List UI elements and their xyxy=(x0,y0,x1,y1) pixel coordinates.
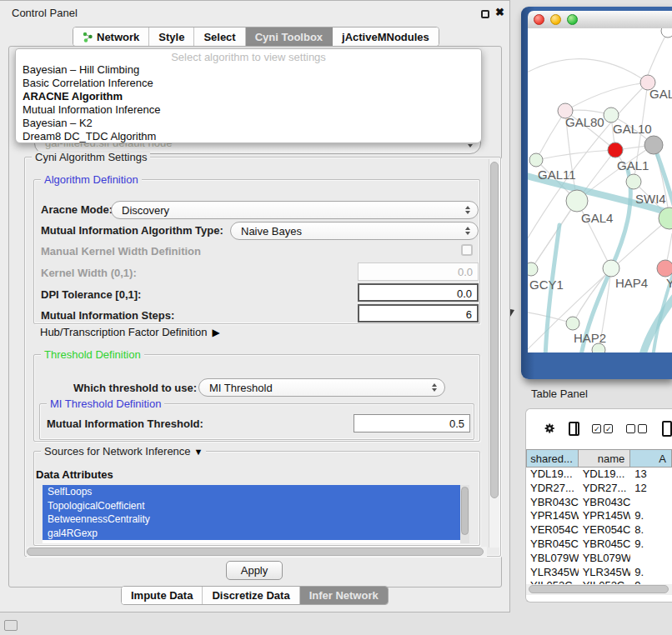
tab-style[interactable]: Style xyxy=(149,28,194,46)
table-cell: YBR045C xyxy=(579,538,631,552)
data-attributes-list[interactable]: SelfLoopsTopologicalCoefficientBetweenne… xyxy=(43,485,469,543)
select-checks-icon[interactable]: ✓✓ xyxy=(592,424,615,433)
table-row[interactable]: YBR043CYBR043C xyxy=(526,496,672,510)
column-header-name[interactable]: name xyxy=(579,449,631,468)
which-threshold-select[interactable]: MI Threshold xyxy=(198,378,445,397)
node-label-gal11: GAL11 xyxy=(538,168,576,182)
table-cell: YBR043C xyxy=(579,496,631,510)
algorithm-definition-title: Algorithm Definition xyxy=(41,173,142,186)
network-canvas[interactable]: GALGAL80GAL10GAL1GAL11GAL4SWI4GCY1HAP4YH… xyxy=(528,28,672,352)
split-columns-icon[interactable] xyxy=(569,422,579,436)
network-node-red-node[interactable] xyxy=(608,142,623,158)
algorithm-option-bayesian-hill-climbing[interactable]: Bayesian – Hill Climbing xyxy=(16,63,481,77)
table-cell: 8. xyxy=(630,523,672,538)
network-edge[interactable] xyxy=(565,82,648,111)
zoom-traffic-light-icon[interactable] xyxy=(567,14,578,25)
attribute-item-gal4rgexp[interactable]: gal4RGexp xyxy=(43,527,469,541)
network-node-hap2[interactable] xyxy=(566,317,579,330)
bottom-tabs: Impute DataDiscretize DataInfer Network xyxy=(121,586,389,605)
network-node-y-cut[interactable] xyxy=(657,260,672,277)
attribute-item-betweennesscentrality[interactable]: BetweennessCentrality xyxy=(43,512,469,527)
attribute-item-topologicalcoefficient[interactable]: TopologicalCoefficient xyxy=(43,499,469,513)
column-header-shared[interactable]: shared... xyxy=(526,449,579,468)
network-node-gal4[interactable] xyxy=(566,190,588,212)
network-node-hap4[interactable] xyxy=(603,260,619,277)
table-horizontal-scrollbar[interactable] xyxy=(526,584,672,595)
network-node-gray-node[interactable] xyxy=(644,136,663,154)
kernel-width-label: Kernel Width (0,1): xyxy=(41,267,137,279)
table-row[interactable]: YBR045CYBR045C9. xyxy=(526,538,672,552)
network-node-gcy1[interactable] xyxy=(528,262,538,276)
network-edge[interactable] xyxy=(536,150,615,160)
table-row[interactable]: YER054CYER054C8. xyxy=(526,523,672,538)
table-cell: YDL19... xyxy=(526,468,579,482)
which-threshold-value: MI Threshold xyxy=(199,382,432,394)
page-icon[interactable] xyxy=(662,421,672,437)
table-cell: 9. xyxy=(630,509,672,523)
hub-definition-toggle[interactable]: Hub/Transcription Factor Definition▶ xyxy=(40,326,220,338)
combo-arrows-icon xyxy=(465,227,470,235)
minimized-panel-icon[interactable] xyxy=(4,620,18,631)
node-label-gcy1: GCY1 xyxy=(529,278,564,292)
kernel-width-field[interactable]: 0.0 xyxy=(358,262,479,281)
network-node-gal1[interactable] xyxy=(626,174,641,189)
mi-threshold-title: MI Threshold Definition xyxy=(47,398,164,410)
network-graph: GALGAL80GAL10GAL1GAL11GAL4SWI4GCY1HAP4YH… xyxy=(528,28,672,352)
network-edge[interactable] xyxy=(528,59,648,82)
tab-jactivemnodules[interactable]: jActiveMNodules xyxy=(333,28,439,46)
column-header-a[interactable]: A xyxy=(630,449,672,468)
attr-list-scrollbar[interactable] xyxy=(460,485,469,543)
network-node-partial-top[interactable] xyxy=(661,28,672,38)
node-label-gal1: GAL1 xyxy=(617,158,649,172)
algorithm-option-bayesian-k2[interactable]: Bayesian – K2 xyxy=(16,117,481,130)
expanded-arrow-icon: ▼ xyxy=(194,447,203,457)
mi-threshold-field[interactable]: 0.5 xyxy=(354,414,470,432)
tab-cyni-toolbox[interactable]: Cyni Toolbox xyxy=(246,28,333,46)
sources-group: Sources for Network Inference▼ Data Attr… xyxy=(33,451,480,546)
table-row[interactable]: YBL079WYBL079W xyxy=(526,552,672,566)
mi-type-select[interactable]: Naive Bayes xyxy=(230,222,479,240)
tab-infer-network[interactable]: Infer Network xyxy=(300,587,388,604)
minimize-traffic-light-icon[interactable] xyxy=(550,14,561,25)
network-edge[interactable] xyxy=(536,111,565,160)
algorithm-option-aracne-algorithm[interactable]: ARACNE Algorithm xyxy=(16,90,481,103)
tab-impute-data[interactable]: Impute Data xyxy=(122,587,203,604)
attr-items: SelfLoopsTopologicalCoefficientBetweenne… xyxy=(43,485,469,540)
table-row[interactable]: YDR27...YDR27...12 xyxy=(526,482,672,496)
mi-steps-field[interactable]: 6 xyxy=(358,304,479,322)
node-label-gal-cut: GAL xyxy=(649,87,672,101)
tab-discretize-data[interactable]: Discretize Data xyxy=(203,587,299,604)
gear-icon[interactable] xyxy=(544,421,554,436)
network-node-gal10[interactable] xyxy=(604,108,619,122)
apply-button[interactable]: Apply xyxy=(226,561,283,580)
aracne-mode-value: Discovery xyxy=(112,204,465,217)
threshold-definition-group: Threshold Definition Which threshold to … xyxy=(33,354,480,442)
table-row[interactable]: YLR345WYLR345W9. xyxy=(526,566,672,580)
algorithm-option-dream8-dc-tdc-algorithm[interactable]: Dream8 DC_TDC Algorithm xyxy=(16,130,481,143)
settings-vertical-scrollbar[interactable] xyxy=(489,159,499,548)
which-threshold-label: Which threshold to use: xyxy=(73,382,197,394)
network-edge-highlighted[interactable] xyxy=(642,295,672,352)
aracne-mode-select[interactable]: Discovery xyxy=(111,201,479,219)
tab-select[interactable]: Select xyxy=(194,28,245,46)
algorithm-option-mutual-information-inference[interactable]: Mutual Information Inference xyxy=(16,103,481,117)
table-cell xyxy=(630,496,672,510)
deselect-checks-icon[interactable] xyxy=(626,424,649,433)
network-icon xyxy=(83,32,93,42)
attribute-item-selfloops[interactable]: SelfLoops xyxy=(43,485,469,499)
manual-kernel-checkbox[interactable] xyxy=(461,244,473,256)
network-edge[interactable] xyxy=(648,31,668,75)
table-cell: YDL19... xyxy=(579,468,631,482)
settings-horizontal-scrollbar[interactable] xyxy=(27,547,487,557)
algorithm-option-basic-correlation-inference[interactable]: Basic Correlation Inference xyxy=(16,77,481,90)
close-icon[interactable]: ✖ xyxy=(495,6,504,18)
control-panel-title: Control Panel xyxy=(12,7,78,19)
network-node-gal11[interactable] xyxy=(529,153,543,167)
table-row[interactable]: YDL19...YDL19...13 xyxy=(526,468,672,482)
dpi-tolerance-field[interactable]: 0.0 xyxy=(358,283,479,302)
float-window-icon[interactable] xyxy=(481,10,489,18)
table-row[interactable]: YPR145WYPR145W9. xyxy=(526,509,672,523)
tab-network[interactable]: Network xyxy=(73,28,149,46)
table-cell: 12 xyxy=(630,482,672,496)
close-traffic-light-icon[interactable] xyxy=(534,14,544,25)
